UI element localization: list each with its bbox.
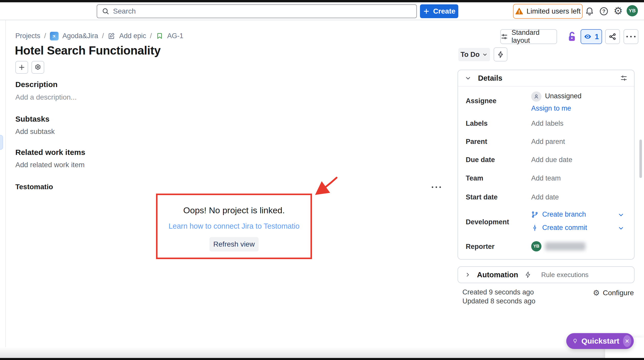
screen-top-edge bbox=[0, 0, 644, 2]
window-bottom-edge bbox=[0, 347, 644, 358]
details-settings-icon[interactable] bbox=[620, 75, 627, 82]
quickstart-close-button[interactable] bbox=[623, 335, 631, 347]
standard-layout-label: Standard layout bbox=[512, 29, 557, 45]
issue-title[interactable]: Hotel Search Functionality bbox=[15, 44, 161, 57]
chevron-down-icon[interactable] bbox=[465, 75, 471, 81]
more-actions-button[interactable] bbox=[624, 29, 638, 44]
breadcrumb-project[interactable]: Agoda&Jira bbox=[62, 32, 98, 40]
breadcrumb-projects[interactable]: Projects bbox=[15, 32, 40, 40]
notifications-button[interactable] bbox=[584, 6, 595, 17]
subtasks-heading: Subtasks bbox=[15, 115, 49, 123]
create-button[interactable]: Create bbox=[420, 4, 458, 18]
development-label: Development bbox=[466, 218, 509, 226]
eye-icon bbox=[584, 33, 592, 41]
create-button-label: Create bbox=[433, 7, 455, 15]
automation-panel[interactable]: Automation Rule executions bbox=[458, 266, 635, 283]
search-input[interactable]: Search bbox=[97, 4, 417, 18]
more-icon bbox=[626, 36, 636, 37]
plus-icon bbox=[18, 63, 26, 71]
create-commit-link[interactable]: Create commit bbox=[531, 224, 587, 232]
breadcrumb: Projects / ✈ Agoda&Jira / Add epic / AG-… bbox=[15, 31, 183, 40]
team-value[interactable]: Add team bbox=[531, 174, 561, 182]
limited-users-label: Limited users left bbox=[527, 7, 581, 15]
breadcrumb-issue-key[interactable]: AG-1 bbox=[167, 32, 183, 40]
add-button[interactable] bbox=[15, 61, 28, 74]
question-icon: ? bbox=[599, 6, 609, 16]
updated-timestamp: Updated 8 seconds ago bbox=[462, 297, 535, 305]
sidebar-expand-handle[interactable] bbox=[0, 135, 3, 150]
watchers-count: 1 bbox=[595, 33, 599, 41]
error-title: Oops! No project is linked. bbox=[158, 205, 310, 215]
breadcrumb-add-epic[interactable]: Add epic bbox=[119, 32, 146, 40]
chevron-right-icon bbox=[465, 272, 471, 278]
reporter-label: Reporter bbox=[466, 243, 495, 251]
reporter-name-redacted bbox=[545, 242, 585, 250]
reporter-avatar[interactable]: YB bbox=[531, 241, 541, 251]
edit-epic-icon bbox=[108, 32, 115, 40]
chevron-down-icon[interactable] bbox=[618, 211, 624, 218]
vertical-scrollbar[interactable] bbox=[639, 140, 642, 178]
chevron-down-icon[interactable] bbox=[618, 225, 624, 231]
assignee-label: Assignee bbox=[466, 97, 496, 105]
configure-button[interactable]: ⚙ Configure bbox=[593, 288, 634, 297]
create-branch-link[interactable]: Create branch bbox=[531, 210, 586, 218]
labels-value[interactable]: Add labels bbox=[531, 120, 563, 128]
close-icon bbox=[624, 338, 630, 344]
create-commit-label: Create commit bbox=[542, 224, 587, 232]
sliders-icon bbox=[501, 33, 508, 40]
warning-icon bbox=[515, 7, 523, 15]
gear-icon: ⚙ bbox=[593, 288, 600, 297]
gear-icon: ⚙ bbox=[614, 5, 623, 17]
user-avatar[interactable]: YB bbox=[627, 5, 638, 16]
created-timestamp: Created 9 seconds ago bbox=[462, 288, 534, 296]
due-date-label: Due date bbox=[466, 156, 495, 164]
breadcrumb-separator: / bbox=[102, 32, 104, 40]
story-bookmark-icon bbox=[156, 32, 163, 40]
start-date-label: Start date bbox=[466, 193, 498, 201]
parent-value[interactable]: Add parent bbox=[531, 138, 565, 146]
unlocked-icon[interactable] bbox=[567, 30, 577, 43]
error-help-link[interactable]: Learn how to connect Jira to Testomatio bbox=[158, 222, 310, 230]
related-items-heading: Related work items bbox=[15, 148, 85, 157]
avatar-initials: YB bbox=[533, 244, 539, 249]
start-date-value[interactable]: Add date bbox=[531, 193, 559, 201]
settings-button[interactable]: ⚙ bbox=[612, 5, 624, 17]
git-commit-icon bbox=[531, 224, 538, 231]
description-placeholder[interactable]: Add a description... bbox=[15, 93, 77, 101]
share-button[interactable] bbox=[605, 29, 620, 44]
avatar-initials: YB bbox=[629, 8, 636, 14]
testomatio-error-panel: Oops! No project is linked. Learn how to… bbox=[156, 194, 312, 259]
git-branch-icon bbox=[531, 211, 538, 218]
details-heading[interactable]: Details bbox=[478, 74, 502, 82]
refresh-view-button[interactable]: Refresh view bbox=[209, 237, 259, 251]
status-dropdown[interactable]: To Do bbox=[458, 48, 490, 61]
apps-button[interactable] bbox=[31, 61, 44, 74]
divider bbox=[458, 86, 634, 87]
breadcrumb-separator: / bbox=[44, 32, 46, 40]
team-label: Team bbox=[466, 174, 483, 182]
add-related-item-field[interactable]: Add related work item bbox=[15, 161, 85, 169]
due-date-value[interactable]: Add due date bbox=[531, 156, 572, 164]
limited-users-button[interactable]: Limited users left bbox=[513, 4, 583, 19]
testomatio-more-button[interactable] bbox=[432, 186, 441, 188]
add-subtask-field[interactable]: Add subtask bbox=[15, 128, 55, 136]
breadcrumb-separator: / bbox=[150, 32, 152, 40]
jira-issue-page: Search Create Limited users left bbox=[0, 0, 644, 360]
unassigned-avatar-icon bbox=[531, 91, 541, 102]
screen-bottom-edge bbox=[0, 358, 644, 360]
watchers-button[interactable]: 1 bbox=[581, 29, 602, 44]
help-button[interactable]: ? bbox=[598, 6, 609, 17]
apps-hexagon-icon bbox=[34, 63, 42, 71]
quickstart-button[interactable]: Quickstart bbox=[566, 333, 634, 349]
standard-layout-button[interactable]: Standard layout bbox=[500, 29, 557, 44]
quickstart-label: Quickstart bbox=[581, 337, 619, 345]
assign-to-me-link[interactable]: Assign to me bbox=[531, 104, 571, 112]
global-header: Search Create Limited users left bbox=[0, 2, 644, 20]
testomatio-heading: Testomatio bbox=[15, 183, 53, 191]
automation-quick-button[interactable] bbox=[494, 47, 507, 61]
create-branch-label: Create branch bbox=[542, 210, 586, 218]
share-icon bbox=[608, 33, 617, 41]
assignee-value[interactable]: Unassigned bbox=[545, 92, 582, 100]
description-heading: Description bbox=[15, 80, 58, 89]
lightning-icon bbox=[524, 271, 531, 278]
